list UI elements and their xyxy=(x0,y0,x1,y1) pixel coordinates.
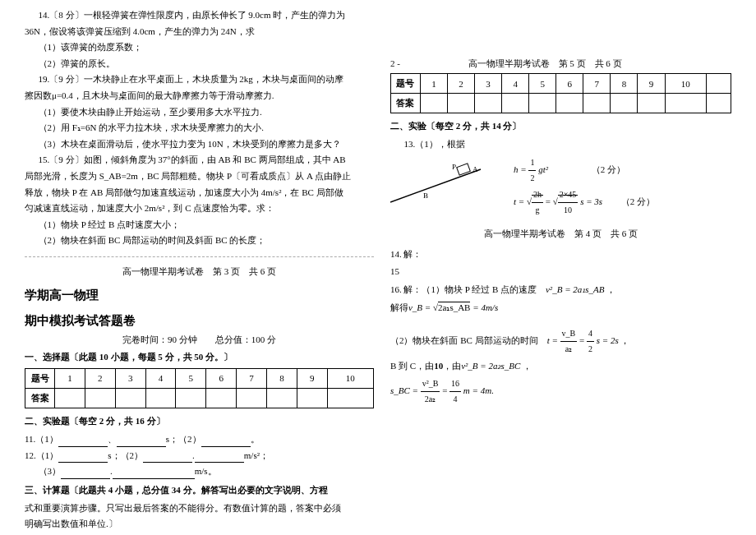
formula-t: t = √2hg = √2×4510 s = 3s （2 分） xyxy=(514,187,655,218)
svg-text:P: P xyxy=(452,163,456,171)
problem-14-q1: （1）该弹簧的劲度系数； xyxy=(25,40,374,55)
page3-header: 高一物理半期考试卷 第 3 页 共 6 页 xyxy=(25,265,374,278)
problem-14-header: 14.〔8 分〕一根轻弹簧在弹性限度内，由原长伸长了 9.0cm 时，产生的弹力… xyxy=(25,8,374,23)
problem-19-q1: （1）要使木块由静止开始运动，至少要用多大水平拉力. xyxy=(25,105,374,120)
problem-15-q2: （2）物块在斜面 BC 局部运动的时间及斜面 BC 的长度； xyxy=(25,233,374,248)
problem-15-q1: （1）物块 P 经过 B 点时速度大小； xyxy=(25,218,374,233)
table-row: 答案 xyxy=(25,388,374,408)
answer-table-right: 题号 12345 678910 答案 xyxy=(390,73,731,113)
table-row: 答案 xyxy=(390,94,731,113)
section2-heading: 二、实验题〔每空 2 分，共 16 分〕 xyxy=(25,415,374,427)
problem-15-header: 15.〔9 分〕如图，倾斜角度为 37°的斜面，由 AB 和 BC 两局部组成，… xyxy=(25,153,374,168)
answer-table-left: 题号 12345 678910 答案 xyxy=(25,368,374,408)
problem-15-line3: 释放，物块 P 在 AB 局部做匀加速直线运动，加速度大小为 4m/s²，在 B… xyxy=(25,186,374,201)
problem-19-header: 19.〔9 分〕一木块静止在水平桌面上，木块质量为 2kg，木块与桌面间的动摩 xyxy=(25,72,374,87)
section3-line3: 明确写出数值和单位.〕 xyxy=(25,517,374,532)
sol-16-2: （2）物块在斜面 BC 局部运动的时间 t = v_Ba₂ = 42 s = 2… xyxy=(390,326,731,357)
section3-line2: 式和重要演算步骤。只写出最后答案的不能得分。有数值计算的题，答案中必须 xyxy=(25,501,374,516)
fill-11: 11.（1）、s；（2）。 xyxy=(25,432,374,447)
section2r-heading: 二、实验〔每空 2 分，共 14 分〕 xyxy=(390,120,731,132)
sol-16-vb: 解得v_B = √2a₁s_AB = 4m/s xyxy=(390,300,731,316)
problem-19-line2: 擦因数μ=0.4，且木块与桌面间的最大静摩擦力等于滑动摩擦力. xyxy=(25,89,374,104)
sol-14: 14. 解： xyxy=(390,247,731,263)
problem-14-q2: （2）弹簧的原长。 xyxy=(25,57,374,71)
sol-16-bc: B 到 C，由10，由v²_B = 2a₂s_BC ， xyxy=(390,358,731,375)
q13-text: 13.（1），根据 xyxy=(390,137,731,152)
sol-16-1: 16. 解：（1）物块 P 经过 B 点的速度 v²_B = 2a₁s_AB ， xyxy=(390,282,731,298)
section1-heading: 一、选择题〔此题 10 小题，每题 5 分，共 50 分。〕 xyxy=(25,351,374,363)
svg-line-0 xyxy=(390,169,481,202)
problem-14-line2: 36N，假设将该弹簧压缩到 4.0cm，产生的弹力为 24N，求 xyxy=(25,25,374,39)
section3-heading: 三、计算题〔此题共 4 小题，总分值 34 分。解答写出必要的文字说明、方程 xyxy=(25,484,374,496)
svg-text:B: B xyxy=(423,191,428,200)
table-row: 题号 12345 678910 xyxy=(25,368,374,388)
problem-15-line4: 匀减速直线运动，加速度大小 2m/s²，到 C 点速度恰为零。求： xyxy=(25,201,374,216)
svg-text:A: A xyxy=(472,165,478,173)
sol-16-sbc: s_BC = v²_B2a₂ = 164 m = 4m. xyxy=(390,376,731,407)
problem-19-q2: （2）用 F₁=6N 的水平力拉木块，求木块受摩擦力的大小. xyxy=(25,121,374,136)
minus2-note: 2 - 高一物理半期考试卷 第 5 页 共 6 页 xyxy=(390,58,731,70)
title-exam: 期中模拟考试答题卷 xyxy=(25,313,374,329)
problem-19-q3: （3）木块在桌面滑动后，使水平拉力变为 10N，木块受到的摩擦力是多大？ xyxy=(25,137,374,152)
formula-h: h = 12 gt² （2 分） xyxy=(514,155,655,186)
fill-12-3: （3）.m/s。 xyxy=(25,464,374,479)
table-row: 题号 12345 678910 xyxy=(390,74,731,94)
exam-info: 完卷时间：90 分钟 总分值：100 分 xyxy=(25,334,374,346)
fill-12: 12.（1）s；（2）.m/s²； xyxy=(25,449,374,464)
sol-15: 15 xyxy=(390,264,731,280)
page4-header: 高一物理半期考试卷 第 4 页 共 6 页 xyxy=(390,228,731,240)
problem-15-line2: 局部光滑，长度为 S_AB=2m，BC 局部粗糙。物块 P〔可看成质点〕从 A … xyxy=(25,169,374,184)
incline-diagram: A P B xyxy=(390,157,489,208)
title-semester: 学期高一物理 xyxy=(25,288,374,303)
